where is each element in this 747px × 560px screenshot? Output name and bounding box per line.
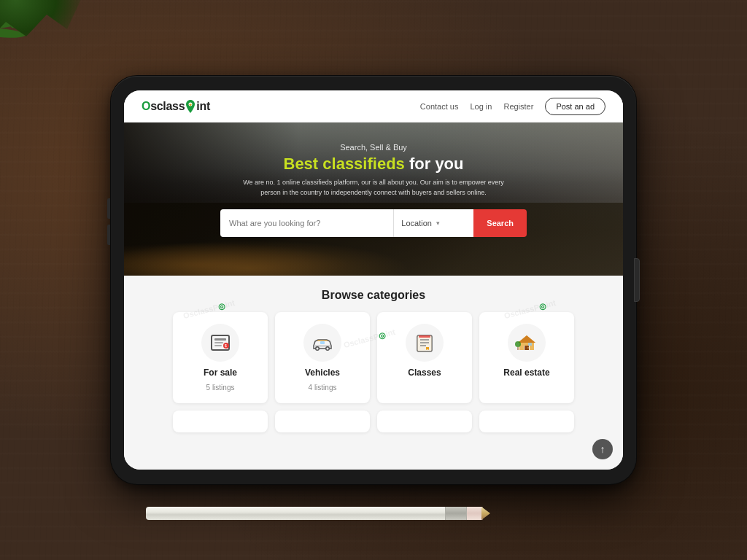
- svg-point-6: [12, 0, 39, 18]
- categories-section: Browse categories $: [124, 276, 623, 470]
- svg-point-4: [0, 26, 26, 39]
- svg-point-3: [25, 0, 55, 23]
- pencil-tip: [481, 507, 490, 520]
- home-button[interactable]: [634, 258, 640, 302]
- hero-title-highlight: Best classifieds: [284, 155, 405, 173]
- svg-point-2: [0, 12, 37, 32]
- website-content: Osclass int Contact us Log in Registe: [124, 90, 623, 470]
- chevron-down-icon: ▾: [436, 219, 440, 227]
- svg-rect-11: [214, 345, 222, 346]
- categories-bottom-row: [139, 411, 608, 432]
- hero-description: We are no. 1 online classifieds platform…: [235, 178, 512, 198]
- svg-rect-9: [214, 338, 226, 341]
- ipad-device: Osclass int Contact us Log in Registe: [111, 76, 636, 484]
- category-card-vehicles[interactable]: Vehicles 4 listings: [275, 312, 370, 403]
- header-nav: Contact us Log in Register Post an ad: [420, 98, 605, 115]
- post-ad-button[interactable]: Post an ad: [545, 98, 605, 115]
- svg-point-5: [0, 0, 31, 23]
- pine-needles-decoration: [0, 0, 88, 58]
- pencil-body: [146, 507, 481, 520]
- svg-rect-30: [528, 343, 532, 346]
- category-card-partial-3: [377, 411, 472, 432]
- real-estate-icon: [508, 324, 546, 362]
- logo-pin-icon: [185, 100, 196, 113]
- category-card-partial-4: [479, 411, 574, 432]
- category-card-partial-1: [173, 411, 268, 432]
- category-card-partial-2: [275, 411, 370, 432]
- svg-point-27: [527, 347, 529, 349]
- logo[interactable]: Osclass int: [142, 100, 210, 113]
- register-link[interactable]: Register: [503, 102, 533, 111]
- svg-point-17: [327, 348, 329, 350]
- for-sale-icon: $: [201, 324, 239, 362]
- location-label: Location: [401, 219, 432, 228]
- svg-text:$: $: [225, 343, 227, 348]
- category-card-real-estate[interactable]: Real estate: [479, 312, 574, 403]
- logo-text-end: int: [196, 100, 210, 113]
- hero-content: Search, Sell & Buy Best classifieds for …: [124, 122, 623, 237]
- svg-rect-10: [214, 342, 223, 343]
- for-sale-count: 5 listings: [206, 384, 235, 392]
- location-select[interactable]: Location ▾: [393, 209, 473, 237]
- vehicles-name: Vehicles: [305, 368, 340, 378]
- hero-title-rest: for you: [409, 155, 464, 173]
- scroll-to-top-button[interactable]: ↑: [592, 439, 613, 459]
- vehicles-count: 4 listings: [309, 384, 337, 392]
- categories-title: Browse categories: [139, 289, 608, 302]
- svg-rect-29: [518, 347, 519, 350]
- svg-point-28: [515, 341, 521, 347]
- pencil-eraser: [467, 507, 483, 520]
- svg-rect-25: [419, 335, 430, 338]
- real-estate-name: Real estate: [503, 368, 549, 378]
- hero-section: Search, Sell & Buy Best classifieds for …: [124, 122, 623, 276]
- classes-name: Classes: [408, 368, 441, 378]
- pencil-band: [445, 507, 467, 520]
- svg-rect-19: [315, 346, 330, 346]
- vehicles-icon: [303, 324, 341, 362]
- search-button[interactable]: Search: [473, 209, 527, 237]
- svg-point-15: [317, 348, 319, 350]
- svg-rect-21: [417, 335, 432, 351]
- pencil: [146, 507, 481, 520]
- categories-grid: $ For sale 5 listings: [139, 312, 608, 403]
- svg-rect-18: [320, 341, 325, 344]
- logo-text-start: Osclass: [142, 100, 185, 113]
- login-link[interactable]: Log in: [470, 102, 492, 111]
- svg-point-1: [8, 0, 50, 31]
- search-bar: Location ▾ Search: [220, 209, 527, 237]
- side-buttons: [107, 198, 110, 245]
- for-sale-name: For sale: [204, 368, 237, 378]
- contact-link[interactable]: Contact us: [420, 102, 459, 111]
- search-input[interactable]: [220, 209, 393, 237]
- hero-subtitle: Search, Sell & Buy: [124, 143, 623, 152]
- site-header: Osclass int Contact us Log in Registe: [124, 90, 623, 122]
- category-card-classes[interactable]: Classes: [377, 312, 472, 403]
- hero-title: Best classifieds for you: [124, 155, 623, 174]
- svg-point-0: [0, 0, 41, 21]
- ipad-screen: Osclass int Contact us Log in Registe: [124, 90, 623, 470]
- category-card-for-sale[interactable]: $ For sale 5 listings: [173, 312, 268, 403]
- classes-icon: [406, 324, 444, 362]
